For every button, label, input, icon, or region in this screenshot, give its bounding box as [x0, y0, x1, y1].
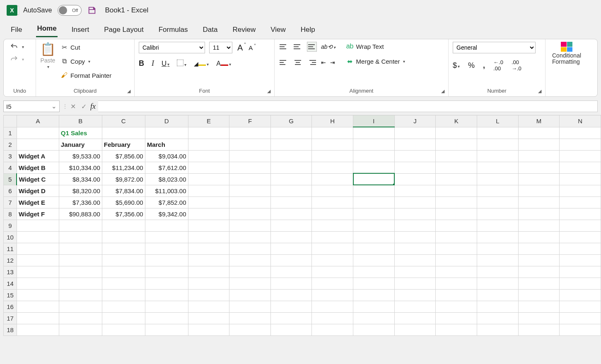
cell-D17[interactable]: [145, 312, 188, 324]
cell-F13[interactable]: [229, 266, 271, 278]
cell-I16[interactable]: [353, 301, 395, 312]
cell-L12[interactable]: [477, 254, 518, 266]
cell-C9[interactable]: [102, 220, 145, 231]
cell-H17[interactable]: [312, 312, 353, 324]
cell-F16[interactable]: [229, 301, 271, 312]
cell-N8[interactable]: [560, 208, 601, 220]
col-header-L[interactable]: L: [477, 115, 518, 127]
cell-N17[interactable]: [560, 312, 601, 324]
cell-B6[interactable]: $8,320.00: [59, 185, 102, 196]
tab-data[interactable]: Data: [202, 24, 219, 37]
cell-I2[interactable]: [353, 139, 395, 150]
cell-M14[interactable]: [518, 278, 560, 289]
cell-N5[interactable]: [560, 173, 601, 185]
cell-E4[interactable]: [188, 162, 229, 173]
cell-M6[interactable]: [518, 185, 560, 196]
cell-I6[interactable]: [353, 185, 395, 196]
formula-input[interactable]: [98, 101, 598, 112]
cell-G3[interactable]: [270, 150, 312, 162]
cell-L15[interactable]: [477, 289, 518, 301]
cell-B13[interactable]: [59, 266, 102, 278]
cell-A8[interactable]: Widget F: [17, 208, 59, 220]
cell-B7[interactable]: $7,336.00: [59, 196, 102, 208]
cell-I11[interactable]: [353, 243, 395, 254]
cell-C15[interactable]: [102, 289, 145, 301]
cell-H7[interactable]: [312, 196, 353, 208]
cell-N15[interactable]: [560, 289, 601, 301]
cell-K13[interactable]: [436, 266, 477, 278]
cell-F1[interactable]: [229, 127, 271, 139]
cell-H2[interactable]: [312, 139, 353, 150]
cell-E1[interactable]: [188, 127, 229, 139]
cell-E9[interactable]: [188, 220, 229, 231]
cell-F12[interactable]: [229, 254, 271, 266]
wrap-text-button[interactable]: ab Wrap Text: [345, 42, 386, 51]
cell-M17[interactable]: [518, 312, 560, 324]
cell-G13[interactable]: [270, 266, 312, 278]
cell-E2[interactable]: [188, 139, 229, 150]
select-all-corner[interactable]: [4, 115, 17, 127]
cell-A15[interactable]: [17, 289, 59, 301]
cell-A10[interactable]: [17, 231, 59, 243]
cell-C12[interactable]: [102, 254, 145, 266]
borders-button[interactable]: ▾: [177, 60, 186, 67]
cell-M2[interactable]: [518, 139, 560, 150]
cell-D11[interactable]: [145, 243, 188, 254]
cell-A14[interactable]: [17, 278, 59, 289]
cell-D18[interactable]: [145, 324, 188, 335]
italic-button[interactable]: I: [152, 59, 154, 68]
cell-K18[interactable]: [436, 324, 477, 335]
cell-M5[interactable]: [518, 173, 560, 185]
clipboard-launcher[interactable]: ◢: [126, 88, 132, 94]
cell-D3[interactable]: $9,034.00: [145, 150, 188, 162]
col-header-C[interactable]: C: [102, 115, 145, 127]
cell-I13[interactable]: [353, 266, 395, 278]
row-header-6[interactable]: 6: [4, 185, 17, 196]
align-center-button[interactable]: [293, 57, 303, 67]
cell-L16[interactable]: [477, 301, 518, 312]
cell-H4[interactable]: [312, 162, 353, 173]
name-box[interactable]: I5 ⌄: [3, 101, 60, 112]
cell-B5[interactable]: $8,334.00: [59, 173, 102, 185]
percent-format-button[interactable]: %: [468, 61, 475, 70]
cell-J1[interactable]: [394, 127, 436, 139]
cell-N6[interactable]: [560, 185, 601, 196]
cell-B11[interactable]: [59, 243, 102, 254]
align-left-button[interactable]: [279, 57, 289, 67]
undo-button[interactable]: ▾: [8, 42, 26, 52]
row-header-12[interactable]: 12: [4, 254, 17, 266]
tab-insert[interactable]: Insert: [71, 24, 90, 37]
cell-J15[interactable]: [394, 289, 436, 301]
cell-E11[interactable]: [188, 243, 229, 254]
cell-F8[interactable]: [229, 208, 271, 220]
cell-E7[interactable]: [188, 196, 229, 208]
cell-D6[interactable]: $11,003.00: [145, 185, 188, 196]
cell-N18[interactable]: [560, 324, 601, 335]
cell-C5[interactable]: $9,872.00: [102, 173, 145, 185]
cell-K3[interactable]: [436, 150, 477, 162]
cell-G9[interactable]: [270, 220, 312, 231]
col-header-N[interactable]: N: [560, 115, 601, 127]
cell-J17[interactable]: [394, 312, 436, 324]
tab-home[interactable]: Home: [36, 23, 57, 37]
decrease-decimal-button[interactable]: .00→.0: [512, 59, 521, 72]
cell-C14[interactable]: [102, 278, 145, 289]
align-middle-button[interactable]: [293, 42, 303, 52]
cell-G10[interactable]: [270, 231, 312, 243]
cell-N11[interactable]: [560, 243, 601, 254]
increase-decimal-button[interactable]: ←.0.00: [493, 59, 503, 72]
increase-indent-button[interactable]: ⇥: [330, 59, 335, 66]
cell-F14[interactable]: [229, 278, 271, 289]
increase-font-button[interactable]: A˄: [237, 43, 244, 53]
cell-G15[interactable]: [270, 289, 312, 301]
cell-L3[interactable]: [477, 150, 518, 162]
cell-I12[interactable]: [353, 254, 395, 266]
row-header-17[interactable]: 17: [4, 312, 17, 324]
cell-D1[interactable]: [145, 127, 188, 139]
cell-K1[interactable]: [436, 127, 477, 139]
cell-M16[interactable]: [518, 301, 560, 312]
cell-F6[interactable]: [229, 185, 271, 196]
col-header-H[interactable]: H: [312, 115, 353, 127]
cell-I1[interactable]: [353, 127, 395, 139]
cut-button[interactable]: ✂ Cut: [59, 43, 82, 52]
